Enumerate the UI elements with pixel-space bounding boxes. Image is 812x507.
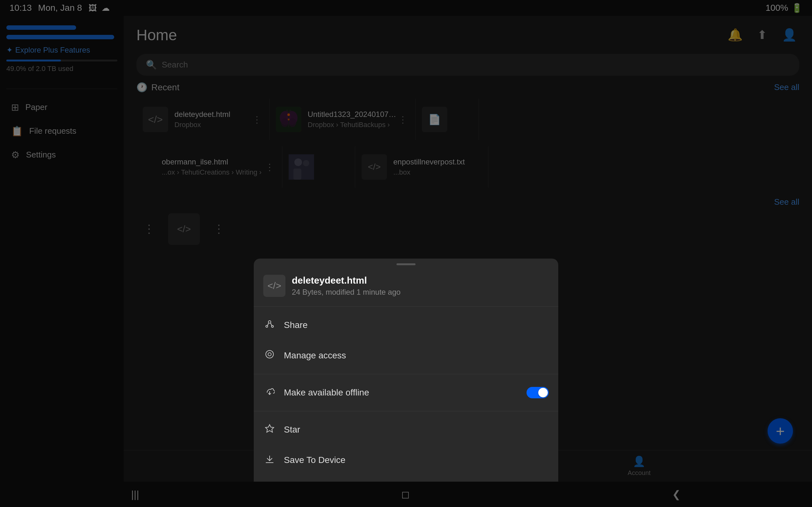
sheet-file-header: </> deleteydeet.html 24 Bytes, modified … — [254, 268, 558, 303]
toggle-knob — [538, 388, 548, 397]
sheet-star-item[interactable]: Star — [254, 414, 558, 445]
sheet-divider-2 — [254, 374, 558, 374]
offline-toggle[interactable] — [526, 387, 549, 398]
sheet-manage-access-item[interactable]: Manage access — [254, 340, 558, 371]
svg-point-20 — [266, 350, 273, 358]
star-icon — [263, 424, 276, 436]
share-icon — [263, 319, 276, 331]
sheet-file-icon: </> — [263, 275, 286, 297]
manage-access-label: Manage access — [284, 350, 549, 360]
offline-label: Make available offline — [284, 388, 519, 398]
save-label: Save To Device — [284, 455, 549, 465]
sheet-code-icon: </> — [267, 280, 281, 291]
svg-line-18 — [267, 323, 269, 326]
sheet-save-item[interactable]: Save To Device — [254, 445, 558, 475]
sheet-handle — [397, 263, 415, 265]
svg-point-21 — [268, 353, 271, 356]
sheet-share-item[interactable]: Share — [254, 310, 558, 340]
manage-access-icon — [263, 349, 276, 362]
sheet-divider-1 — [254, 306, 558, 307]
svg-marker-23 — [265, 425, 274, 432]
share-label: Share — [284, 320, 549, 330]
star-label: Star — [284, 425, 549, 435]
save-icon — [263, 454, 276, 466]
sheet-file-name: deleteydeet.html — [292, 275, 401, 286]
sheet-offline-item[interactable]: Make available offline — [254, 377, 558, 408]
bottom-sheet: </> deleteydeet.html 24 Bytes, modified … — [254, 259, 558, 482]
offline-icon — [263, 386, 276, 399]
sheet-divider-3 — [254, 411, 558, 411]
svg-point-15 — [268, 321, 271, 323]
sheet-file-meta: 24 Bytes, modified 1 minute ago — [292, 288, 401, 297]
sheet-file-info: deleteydeet.html 24 Bytes, modified 1 mi… — [292, 275, 401, 297]
svg-line-19 — [270, 323, 272, 326]
